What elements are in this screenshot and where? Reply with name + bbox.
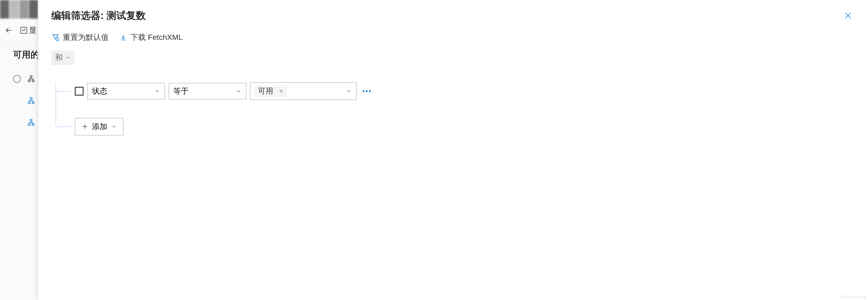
svg-rect-6 xyxy=(32,102,34,104)
hierarchy-icon xyxy=(27,97,35,104)
svg-rect-8 xyxy=(28,124,30,126)
condition-checkbox[interactable] xyxy=(75,87,84,95)
plus-icon xyxy=(82,123,88,130)
show-chart-label: 显 xyxy=(29,25,37,35)
chevron-down-icon xyxy=(154,88,160,94)
blurred-header xyxy=(0,0,38,19)
condition-row: 状态 等于 可用 xyxy=(56,83,855,100)
svg-rect-2 xyxy=(28,80,30,82)
field-select-value: 状态 xyxy=(92,86,107,96)
reset-label: 重置为默认值 xyxy=(63,32,108,42)
chevron-down-icon xyxy=(346,88,352,94)
chevron-down-icon xyxy=(236,88,242,94)
svg-rect-5 xyxy=(28,102,30,104)
group-operator-label: 和 xyxy=(55,52,63,63)
add-condition-button[interactable]: 添加 xyxy=(75,118,123,136)
sidebar-toolbar: 显 xyxy=(0,19,38,42)
chevron-down-icon xyxy=(65,55,70,60)
more-options-icon[interactable]: ••• xyxy=(360,87,374,95)
tree-item[interactable] xyxy=(13,119,38,126)
value-tag: 可用 xyxy=(255,85,287,97)
tag-remove-icon[interactable] xyxy=(279,89,284,94)
radio-icon[interactable] xyxy=(13,75,21,83)
download-icon xyxy=(120,34,127,41)
download-fetchxml-button[interactable]: 下载 FetchXML xyxy=(120,32,183,42)
add-button-label: 添加 xyxy=(92,121,107,132)
svg-rect-1 xyxy=(30,76,32,77)
back-arrow-icon[interactable] xyxy=(4,26,13,35)
chevron-down-icon xyxy=(111,124,117,129)
filter-reset-icon xyxy=(51,33,60,41)
left-sidebar: 显 可用的 xyxy=(0,0,38,300)
watermark: CSDN @Vic.Tang xyxy=(840,295,866,299)
tree-item[interactable] xyxy=(13,97,38,104)
panel-title: 编辑筛选器: 测试复数 xyxy=(51,9,146,22)
svg-rect-3 xyxy=(32,80,34,82)
value-tag-label: 可用 xyxy=(258,86,273,96)
operator-select-value: 等于 xyxy=(173,86,189,96)
hierarchy-icon xyxy=(27,75,35,83)
group-operator-select[interactable]: 和 xyxy=(51,50,74,65)
show-chart-button[interactable]: 显 xyxy=(20,25,37,35)
download-label: 下载 FetchXML xyxy=(130,32,183,42)
close-icon[interactable] xyxy=(841,9,855,22)
value-select[interactable]: 可用 xyxy=(250,83,356,100)
filter-editor-panel: 编辑筛选器: 测试复数 重置为默认值 下载 FetchXML 和 xyxy=(38,0,868,300)
field-select[interactable]: 状态 xyxy=(87,83,165,99)
svg-rect-9 xyxy=(32,124,34,126)
tree-item-root[interactable] xyxy=(13,75,38,83)
hierarchy-icon xyxy=(27,119,35,126)
svg-rect-7 xyxy=(30,119,32,121)
sidebar-title: 可用的 xyxy=(13,49,38,61)
operator-select[interactable]: 等于 xyxy=(169,83,246,99)
reset-button[interactable]: 重置为默认值 xyxy=(51,32,108,42)
svg-rect-4 xyxy=(30,97,32,99)
